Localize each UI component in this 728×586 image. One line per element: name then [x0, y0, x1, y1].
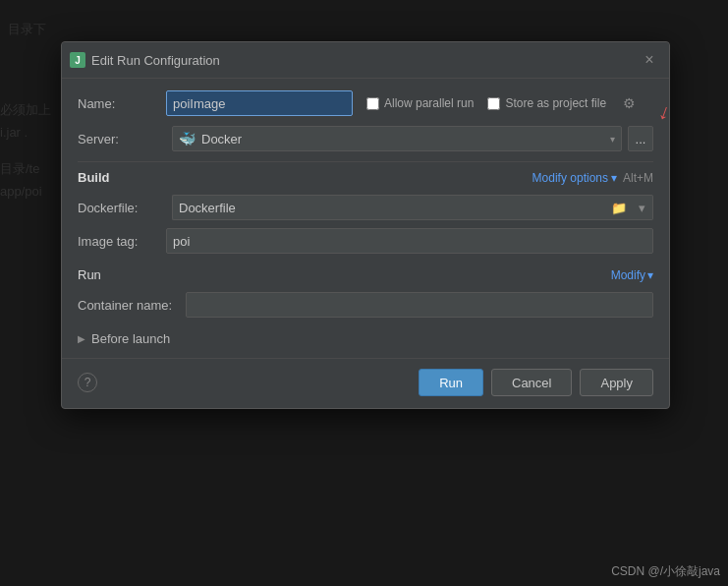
- ellipsis-label: ...: [636, 132, 646, 146]
- server-value: Docker: [201, 132, 242, 146]
- docker-icon: 🐳: [179, 131, 196, 146]
- run-button[interactable]: Run: [419, 369, 483, 396]
- name-row-inner: Allow parallel run Store as project file…: [166, 90, 636, 116]
- dockerfile-input[interactable]: [172, 195, 606, 220]
- footer-right: Run Cancel Apply: [419, 369, 653, 396]
- dockerfile-row: Dockerfile: 📁 ▾: [78, 195, 653, 220]
- divider-1: [78, 161, 653, 162]
- container-label: Container name:: [78, 298, 186, 313]
- expand-arrow-icon: ▶: [78, 333, 85, 344]
- dockerfile-dropdown-btn[interactable]: ▾: [632, 195, 653, 220]
- modify-options-chevron: ▾: [611, 171, 617, 185]
- modify-options-group: Modify options ▾ Alt+M: [532, 171, 653, 185]
- run-section-header: Run Modify ▾: [78, 267, 653, 282]
- dockerfile-input-wrap: 📁 ▾: [172, 195, 653, 220]
- dockerfile-dropdown-arrow: ▾: [639, 201, 645, 215]
- modify-link[interactable]: Modify ▾: [611, 268, 653, 282]
- dialog-title-left: J Edit Run Configuration: [70, 52, 220, 68]
- dialog-icon: J: [70, 52, 85, 68]
- run-section: Run Modify ▾ Container name:: [78, 267, 653, 318]
- edit-run-config-dialog: J Edit Run Configuration × Name: Allow p…: [61, 41, 670, 409]
- name-row: Name: Allow parallel run Store as projec…: [78, 90, 653, 116]
- footer-left: ?: [78, 373, 97, 392]
- folder-icon: 📁: [611, 201, 627, 215]
- dialog-title: Edit Run Configuration: [91, 53, 220, 68]
- build-section-header: Build Modify options ▾ Alt+M: [78, 170, 653, 185]
- server-dropdown-arrow: ▾: [610, 134, 615, 145]
- server-label: Server:: [78, 132, 166, 146]
- before-launch-label: Before launch: [91, 331, 170, 346]
- imagetag-label: Image tag:: [78, 234, 166, 249]
- server-row: Server: 🐳 Docker ▾ ... ↓: [78, 126, 653, 151]
- dialog-footer: ? Run Cancel Apply: [62, 358, 669, 408]
- modify-options-shortcut: Alt+M: [623, 171, 653, 185]
- name-input[interactable]: [166, 90, 353, 116]
- server-select[interactable]: 🐳 Docker ▾: [172, 126, 622, 151]
- store-project-checkbox[interactable]: [487, 97, 500, 110]
- store-project-label: Store as project file: [487, 96, 606, 110]
- before-launch-section[interactable]: ▶ Before launch: [78, 331, 653, 346]
- build-title: Build: [78, 170, 110, 185]
- container-name-input[interactable]: [186, 292, 653, 318]
- allow-parallel-label: Allow parallel run: [366, 96, 474, 110]
- folder-button[interactable]: 📁: [606, 195, 632, 220]
- apply-button[interactable]: Apply: [580, 369, 653, 396]
- modify-chevron2: ▾: [647, 268, 653, 282]
- close-button[interactable]: ×: [640, 50, 659, 70]
- ellipsis-button[interactable]: ... ↓: [628, 126, 653, 151]
- help-button[interactable]: ?: [78, 373, 97, 392]
- dialog-title-bar: J Edit Run Configuration ×: [62, 42, 669, 79]
- imagetag-input[interactable]: [166, 228, 653, 254]
- watermark: CSDN @/小徐敲java: [611, 563, 720, 580]
- modify-options-button[interactable]: Modify options ▾: [532, 171, 617, 185]
- name-label: Name:: [78, 96, 166, 111]
- dialog-body: Name: Allow parallel run Store as projec…: [62, 79, 669, 358]
- help-icon: ?: [84, 376, 91, 389]
- dockerfile-label: Dockerfile:: [78, 201, 166, 215]
- container-name-row: Container name:: [78, 292, 653, 318]
- allow-parallel-checkbox[interactable]: [366, 97, 379, 110]
- cancel-button[interactable]: Cancel: [491, 369, 572, 396]
- image-tag-row: Image tag:: [78, 228, 653, 254]
- server-inner: 🐳 Docker: [179, 131, 242, 146]
- gear-icon[interactable]: ⚙: [623, 95, 636, 111]
- run-title: Run: [78, 267, 101, 282]
